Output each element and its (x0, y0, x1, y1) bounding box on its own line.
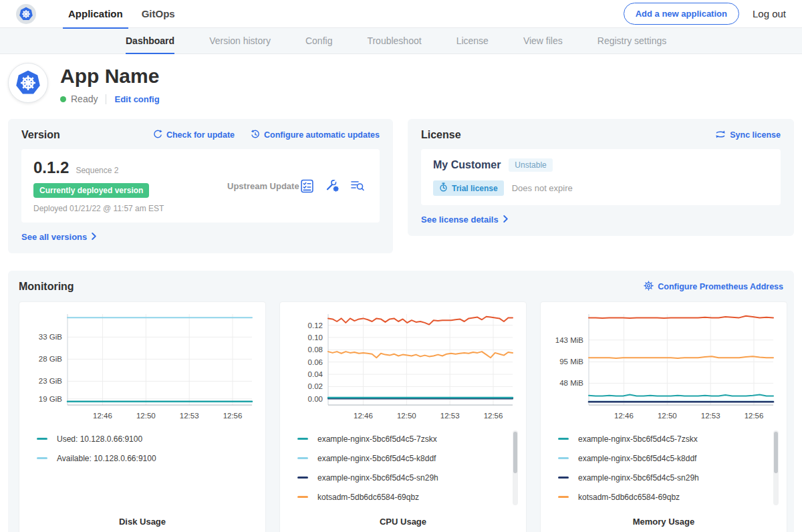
tab-config[interactable]: Config (305, 28, 332, 53)
svg-text:0.12: 0.12 (308, 321, 323, 329)
svg-text:12:56: 12:56 (745, 412, 764, 420)
svg-text:12:46: 12:46 (614, 412, 634, 420)
memory-usage-legend: example-nginx-5bc6f5d4c5-7zskxexample-ng… (549, 429, 779, 517)
svg-text:0.08: 0.08 (308, 346, 323, 354)
svg-text:12:50: 12:50 (658, 412, 677, 420)
svg-text:12:53: 12:53 (180, 412, 199, 420)
chart-title: CPU Usage (288, 517, 518, 527)
nav-right: Add a new application Log out (624, 3, 786, 25)
kubernetes-logo-icon (16, 4, 36, 24)
deployed-date: Deployed 01/21/22 @ 11:57 am EST (33, 204, 227, 213)
svg-text:0.04: 0.04 (308, 370, 323, 378)
tab-registry-settings[interactable]: Registry settings (597, 28, 666, 53)
memory-usage-card: 143 MiB95 MiB48 MiB12:4612:5012:5312:56e… (540, 301, 787, 532)
preflight-checks-icon[interactable] (300, 179, 314, 193)
configure-automatic-updates-link[interactable]: Configure automatic updates (251, 130, 380, 141)
svg-text:0.02: 0.02 (308, 382, 323, 390)
clock-refresh-icon (251, 130, 260, 141)
config-wrench-icon[interactable] (325, 179, 340, 192)
see-license-details-link[interactable]: See license details (421, 215, 508, 225)
legend-item: example-nginx-5bc6f5d4c5-7zskx (558, 429, 779, 448)
legend-color-dash (558, 457, 569, 459)
legend-item: example-nginx-5bc6f5d4c5-sn29h (558, 468, 779, 487)
version-number: 0.1.2 (33, 158, 69, 177)
divider (106, 94, 106, 104)
svg-text:0.00: 0.00 (308, 395, 323, 403)
legend-label: example-nginx-5bc6f5d4c5-k8ddf (317, 454, 436, 463)
cpu-usage-card: 0.120.100.080.060.040.020.0012:4612:5012… (279, 301, 527, 532)
monitoring-title: Monitoring (19, 281, 74, 293)
refresh-icon (153, 130, 162, 141)
legend-scrollbar-thumb[interactable] (774, 432, 778, 473)
sync-license-link[interactable]: Sync license (715, 130, 781, 141)
legend-item: example-nginx-5bc6f5d4c5-sn29h (297, 468, 518, 487)
svg-text:19 GiB: 19 GiB (39, 395, 62, 403)
app-header: App Name Ready Edit config (0, 54, 802, 115)
top-nav: Application GitOps Add a new application… (0, 0, 802, 28)
channel-badge: Unstable (509, 158, 552, 172)
legend-label: example-nginx-5bc6f5d4c5-k8ddf (578, 454, 696, 463)
chevron-right-icon (503, 215, 508, 225)
summary-cards-row: Version Check for update Configure autom… (0, 115, 802, 253)
legend-label: kotsadm-5db6dc6584-69qbz (578, 493, 680, 502)
gear-icon (644, 281, 654, 293)
version-sequence: Sequence 2 (76, 166, 118, 175)
legend-color-dash (297, 438, 308, 440)
add-new-application-button[interactable]: Add a new application (624, 3, 739, 25)
legend-scrollbar[interactable] (513, 430, 518, 505)
svg-text:12:46: 12:46 (93, 412, 112, 420)
nav-item-gitops[interactable]: GitOps (132, 0, 184, 28)
svg-text:0.06: 0.06 (308, 358, 323, 366)
monitoring-section: Monitoring Configure Prometheus Address … (8, 271, 794, 532)
version-source-label: Upstream Update (227, 181, 300, 191)
cpu-usage-legend: example-nginx-5bc6f5d4c5-7zskxexample-ng… (288, 429, 518, 517)
cpu-usage-chart: 0.120.100.080.060.040.020.0012:4612:5012… (288, 309, 518, 424)
svg-text:0.10: 0.10 (308, 334, 323, 342)
legend-scrollbar-thumb[interactable] (513, 432, 517, 473)
svg-text:95 MiB: 95 MiB (559, 358, 583, 366)
deploy-logs-icon[interactable] (350, 180, 365, 192)
svg-text:28 GiB: 28 GiB (39, 355, 62, 363)
nav-item-application[interactable]: Application (59, 0, 132, 28)
legend-color-dash (558, 438, 569, 440)
currently-deployed-badge: Currently deployed version (33, 183, 149, 198)
legend-item: Available: 10.128.0.66:9100 (37, 448, 257, 468)
legend-color-dash (37, 438, 47, 440)
configure-prometheus-link[interactable]: Configure Prometheus Address (644, 281, 783, 293)
legend-label: example-nginx-5bc6f5d4c5-7zskx (317, 434, 437, 444)
stopwatch-icon (439, 182, 448, 194)
legend-color-dash (37, 457, 47, 459)
legend-item: example-nginx-5bc6f5d4c5-k8ddf (558, 448, 779, 468)
customer-name: My Customer (433, 159, 501, 171)
primary-nav: Application GitOps (59, 0, 184, 28)
disk-usage-card: 33 GiB28 GiB23 GiB19 GiB12:4612:5012:531… (19, 301, 266, 532)
legend-scrollbar[interactable] (773, 430, 779, 505)
tab-version-history[interactable]: Version history (209, 28, 271, 53)
edit-config-link[interactable]: Edit config (114, 94, 159, 104)
version-card: Version Check for update Configure autom… (8, 119, 393, 253)
license-card: License Sync license My Customer Unstabl… (408, 119, 794, 236)
legend-label: kotsadm-5db6dc6584-69qbz (317, 493, 419, 502)
license-expiry: Does not expire (512, 183, 573, 193)
svg-text:12:46: 12:46 (354, 412, 373, 420)
legend-label: example-nginx-5bc6f5d4c5-7zskx (578, 434, 698, 444)
svg-text:12:50: 12:50 (397, 412, 416, 420)
legend-label: example-nginx-5bc6f5d4c5-sn29h (578, 473, 699, 483)
tab-license[interactable]: License (456, 28, 489, 53)
tab-troubleshoot[interactable]: Troubleshoot (367, 28, 421, 53)
tab-view-files[interactable]: View files (523, 28, 563, 53)
status-ready-dot (60, 96, 66, 102)
tab-dashboard[interactable]: Dashboard (126, 28, 174, 53)
legend-item: example-nginx-5bc6f5d4c5-k8ddf (297, 448, 518, 468)
see-all-versions-link[interactable]: See all versions (21, 232, 96, 242)
svg-text:12:53: 12:53 (440, 412, 460, 420)
page-title: App Name (60, 65, 160, 88)
sync-arrows-icon (715, 130, 726, 141)
legend-color-dash (558, 477, 569, 479)
chart-title: Memory Usage (549, 517, 779, 527)
logout-link[interactable]: Log out (753, 8, 786, 19)
check-for-update-link[interactable]: Check for update (153, 130, 235, 141)
legend-label: Available: 10.128.0.66:9100 (57, 454, 156, 463)
legend-item: kotsadm-5db6dc6584-69qbz (297, 487, 518, 507)
svg-text:12:53: 12:53 (701, 412, 720, 420)
